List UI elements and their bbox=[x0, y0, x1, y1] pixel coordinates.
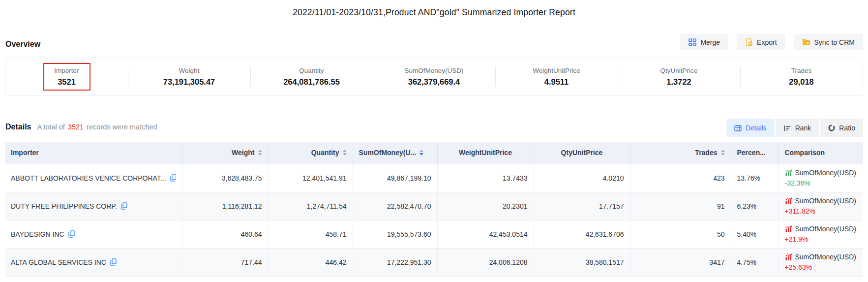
tab-ratio[interactable]: Ratio bbox=[820, 119, 863, 137]
stat-label: Trades bbox=[791, 67, 812, 74]
details-heading: Details bbox=[5, 123, 31, 131]
col-header-qty-unit-price: QtyUnitPrice bbox=[534, 142, 630, 164]
stat-value: 362,379,669.4 bbox=[408, 77, 460, 87]
copy-icon[interactable] bbox=[170, 174, 176, 182]
sync-folder-icon bbox=[802, 38, 810, 46]
page-title: 2022/11/01-2023/10/31,Product AND"gold" … bbox=[0, 7, 868, 18]
sum-of-money-cell: 19,555,573.60 bbox=[353, 220, 437, 248]
trades-cell: 3417 bbox=[630, 248, 731, 276]
overview-stats-card: Importer 3521 Weight 73,191,305.47 Quant… bbox=[5, 58, 863, 95]
qty-unit-price-cell: 17.7157 bbox=[534, 192, 630, 220]
tab-rank[interactable]: Rank bbox=[776, 119, 819, 137]
trend-down-icon bbox=[785, 169, 792, 176]
importer-name[interactable]: BAYDESIGN INC bbox=[11, 230, 64, 238]
trend-up-icon bbox=[785, 253, 792, 260]
table-row: BAYDESIGN INC 460.64 458.71 19,555,573.6… bbox=[5, 220, 863, 248]
sum-of-money-cell: 17,222,951.30 bbox=[353, 248, 437, 276]
trades-cell: 50 bbox=[630, 220, 731, 248]
sync-to-crm-button[interactable]: Sync to CRM bbox=[794, 34, 863, 50]
stat-value: 1.3722 bbox=[666, 77, 691, 87]
copy-icon[interactable] bbox=[121, 202, 127, 210]
comparison-metric-label: SumOfMoney(USD) bbox=[795, 169, 856, 177]
percent-cell: 5.40% bbox=[731, 220, 778, 248]
tab-details[interactable]: Details bbox=[726, 119, 775, 137]
match-summary: A total of3521records were matched bbox=[37, 123, 157, 131]
stat-label: Importer bbox=[54, 67, 79, 74]
importer-name[interactable]: ABBOTT LABORATORIES VENICE CORPORAT... bbox=[11, 174, 166, 182]
trades-cell: 91 bbox=[630, 192, 731, 220]
match-count: 3521 bbox=[65, 123, 87, 131]
col-header-sum-of-money[interactable]: SumOfMoney(U... bbox=[353, 142, 437, 164]
sort-icon[interactable] bbox=[721, 150, 725, 156]
trend-up-icon bbox=[785, 197, 792, 204]
table-row: ALTA GLOBAL SERVICES INC 717.44 446.42 1… bbox=[5, 248, 863, 276]
importer-name[interactable]: ALTA GLOBAL SERVICES INC bbox=[11, 258, 106, 266]
stat-importer: Importer 3521 bbox=[5, 58, 128, 95]
sort-icon[interactable] bbox=[258, 150, 262, 156]
comparison-cell: SumOfMoney(USD) +311.82% bbox=[785, 197, 858, 215]
match-suffix: records were matched bbox=[87, 123, 157, 131]
stat-value: 264,081,786.55 bbox=[283, 77, 340, 87]
col-header-quantity[interactable]: Quantity bbox=[268, 142, 353, 164]
col-header-importer: Importer bbox=[5, 142, 182, 164]
weight-cell: 717.44 bbox=[182, 248, 268, 276]
weight-unit-price-cell: 13.7433 bbox=[437, 164, 534, 192]
comparison-change: -32.36% bbox=[785, 179, 858, 187]
tab-ratio-label: Ratio bbox=[839, 124, 855, 132]
rank-icon bbox=[784, 125, 791, 131]
weight-cell: 460.64 bbox=[182, 220, 268, 248]
stat-label: Quantity bbox=[299, 67, 324, 74]
stat-trades: Trades 29,018 bbox=[740, 58, 863, 95]
export-button[interactable]: Export bbox=[737, 34, 785, 50]
quantity-cell: 1,274,711.54 bbox=[268, 192, 353, 220]
percent-cell: 6.23% bbox=[731, 192, 778, 220]
qty-unit-price-cell: 4.0210 bbox=[534, 164, 630, 192]
trend-up-icon bbox=[785, 225, 792, 232]
comparison-metric-label: SumOfMoney(USD) bbox=[795, 225, 856, 233]
percent-cell: 13.76% bbox=[731, 164, 778, 192]
weight-cell: 3,628,483.75 bbox=[182, 164, 268, 192]
col-header-percent: Percen... bbox=[731, 142, 778, 164]
stat-weight: Weight 73,191,305.47 bbox=[128, 58, 250, 95]
merge-button[interactable]: Merge bbox=[680, 34, 728, 50]
sort-icon-active-desc[interactable] bbox=[419, 150, 423, 156]
tab-rank-label: Rank bbox=[795, 124, 811, 132]
quantity-cell: 12,401,541.91 bbox=[268, 164, 353, 192]
stat-sum-of-money: SumOfMoney(USD) 362,379,669.4 bbox=[373, 58, 495, 95]
importer-name[interactable]: DUTY FREE PHILIPPINES CORP. bbox=[11, 202, 117, 210]
stat-qty-unit-price: QtyUnitPrice 1.3722 bbox=[618, 58, 740, 95]
comparison-cell: SumOfMoney(USD) +25.63% bbox=[785, 253, 858, 271]
copy-icon[interactable] bbox=[68, 230, 75, 238]
stat-label: WeightUnitPrice bbox=[533, 67, 580, 74]
importer-table: Importer Weight Quantity SumOfMoney(U...… bbox=[5, 142, 863, 277]
table-row: ABBOTT LABORATORIES VENICE CORPORAT... 3… bbox=[5, 164, 863, 192]
highlight-box: Importer 3521 bbox=[43, 63, 90, 91]
export-button-label: Export bbox=[757, 38, 777, 46]
copy-icon[interactable] bbox=[110, 258, 117, 266]
sum-of-money-cell: 22,582,470.70 bbox=[353, 192, 437, 220]
stat-value: 4.9511 bbox=[544, 77, 569, 87]
stat-value: 29,018 bbox=[789, 77, 813, 87]
match-prefix: A total of bbox=[37, 123, 64, 131]
weight-unit-price-cell: 24,006.1208 bbox=[437, 248, 534, 276]
weight-unit-price-cell: 42,453.0514 bbox=[437, 220, 534, 248]
col-header-weight[interactable]: Weight bbox=[182, 142, 268, 164]
col-header-comparison: Comparison bbox=[778, 142, 863, 164]
comparison-cell: SumOfMoney(USD) -32.36% bbox=[785, 169, 858, 187]
ratio-donut-icon bbox=[828, 125, 835, 131]
col-header-weight-unit-price: WeightUnitPrice bbox=[437, 142, 534, 164]
comparison-metric-label: SumOfMoney(USD) bbox=[795, 197, 856, 205]
sync-to-crm-button-label: Sync to CRM bbox=[814, 38, 855, 46]
stat-label: QtyUnitPrice bbox=[660, 67, 698, 74]
col-header-trades[interactable]: Trades bbox=[630, 142, 731, 164]
comparison-change: +311.82% bbox=[785, 207, 858, 215]
sort-icon[interactable] bbox=[343, 150, 347, 156]
stat-label: Weight bbox=[179, 67, 200, 74]
percent-cell: 4.75% bbox=[731, 248, 778, 276]
stat-label: SumOfMoney(USD) bbox=[404, 67, 463, 74]
overview-heading: Overview bbox=[5, 40, 40, 49]
stat-value: 73,191,305.47 bbox=[163, 77, 215, 87]
comparison-change: +25.63% bbox=[785, 263, 858, 271]
comparison-change: +21.9% bbox=[785, 235, 858, 243]
view-tabs: Details Rank Ratio bbox=[726, 119, 863, 137]
